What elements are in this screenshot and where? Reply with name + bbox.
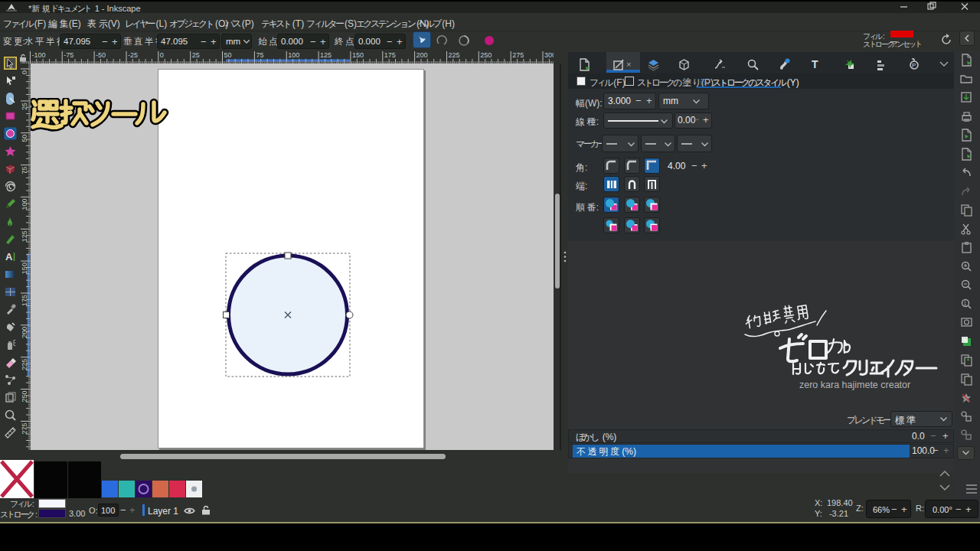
svg-text:0: 0 <box>160 51 164 59</box>
svg-text:300: 300 <box>544 51 554 59</box>
svg-text:P: P <box>912 62 916 69</box>
svg-text:-100: -100 <box>31 51 45 59</box>
svg-text:125: 125 <box>21 230 28 242</box>
svg-text:-75: -75 <box>64 51 74 59</box>
svg-text:250: 250 <box>480 51 492 59</box>
svg-text:225: 225 <box>449 51 460 59</box>
svg-text:125: 125 <box>320 51 332 59</box>
svg-text:A: A <box>5 251 13 262</box>
svg-text:175: 175 <box>384 51 396 59</box>
svg-text:150: 150 <box>352 51 364 59</box>
svg-text:175: 175 <box>21 295 28 306</box>
svg-text:200: 200 <box>21 327 28 338</box>
svg-text:275: 275 <box>21 422 28 434</box>
svg-text:225: 225 <box>21 359 28 370</box>
svg-text:50: 50 <box>21 135 28 142</box>
svg-text:25: 25 <box>21 103 28 110</box>
svg-text:75: 75 <box>21 167 28 174</box>
svg-text:250: 250 <box>21 391 28 403</box>
svg-text:275: 275 <box>512 51 524 59</box>
svg-text:50: 50 <box>224 51 232 59</box>
svg-text:0: 0 <box>21 70 28 74</box>
svg-text:25: 25 <box>192 51 200 59</box>
svg-text:-50: -50 <box>96 51 106 59</box>
svg-text:200: 200 <box>416 51 428 59</box>
svg-text:150: 150 <box>21 262 28 274</box>
svg-text:-25: -25 <box>128 51 138 59</box>
svg-text:75: 75 <box>256 51 263 59</box>
svg-text:zero kara hajimete creator: zero kara hajimete creator <box>799 380 910 390</box>
svg-text:1: 1 <box>964 301 967 306</box>
svg-text:100: 100 <box>21 198 28 210</box>
svg-text:100: 100 <box>288 51 299 59</box>
